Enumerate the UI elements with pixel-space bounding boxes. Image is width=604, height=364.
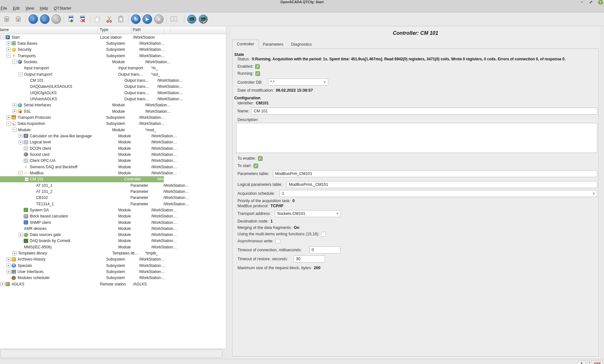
tree-expander[interactable]: − [12,128,17,132]
tab-controller[interactable]: Controller [232,40,259,49]
tree-expander[interactable]: + [12,251,17,255]
tree-row[interactable]: TE1314_1Parameter/WorkStation… [0,201,226,207]
description-textarea[interactable] [236,123,597,153]
tree-expander[interactable]: + [12,109,17,113]
tree-row[interactable]: −∿Data AcquisitionSubsystem/WorkStation… [0,121,226,127]
asynchronous-write-checkbox[interactable] [275,239,280,244]
tree-row[interactable]: +Serial interfacesModule/WorkStation… [0,102,226,108]
tree-row[interactable]: CM 101Output trans…/WorkStation… [0,77,226,83]
changes-indicator-button[interactable]: * [587,360,592,364]
delete-item-button[interactable] [78,14,88,24]
tree-expander[interactable]: − [19,72,23,76]
tree-row[interactable]: −Output transport:Output trans…*out_ [0,71,226,77]
station-dropdown-button[interactable]: ▾ [578,360,585,364]
tree-row[interactable]: +AGLKSRemote station/AGLKS [0,281,226,287]
menu-help[interactable]: Help [37,5,51,11]
running-checkbox[interactable]: ✓ [255,71,260,76]
close-button[interactable]: × [598,0,603,5]
enabled-checkbox[interactable]: ✓ [255,64,260,69]
refresh-button[interactable]: ↻ [131,14,141,24]
tree-row[interactable]: +?SpecialsSubsystem/WorkStation… [0,262,226,269]
tree-row[interactable]: Input transport:Input transport*in_ [0,65,226,71]
maximize-button[interactable] [589,0,593,4]
tree-row[interactable]: UIVisionAGLKSOutput trans…/WorkStation… [0,96,226,102]
back-button[interactable]: ← [40,14,50,24]
tree-row[interactable]: +≡Data BasesSubsystem/WorkStation… [0,40,226,46]
tree-row[interactable]: AT 101_1Parameter/WorkStation… [0,182,226,188]
manual-button[interactable] [169,14,179,24]
tree-row[interactable]: SNMP clientModule/WorkStation… [0,219,226,225]
current-user-button[interactable]: root [592,360,603,364]
tree-row[interactable]: +User InterfacesSubsystem/WorkStation… [0,269,226,275]
acquisition-schedule-combobox[interactable]: 1 ∨ [280,190,597,197]
tree-row[interactable]: AMR devicesModule/WorkStation… [0,225,226,231]
tree-header[interactable]: Name Type Path [0,27,226,34]
timeout-restore-input[interactable] [294,255,325,262]
tree-header-path[interactable]: Path [133,27,141,32]
tree-expander[interactable]: + [6,115,11,119]
tree-row[interactable]: Modules schedulerSubsystem/WorkStation… [0,275,226,281]
to-enable-checkbox[interactable]: ✓ [258,156,263,161]
tree-row[interactable]: +Transport ProtocolsSubsystem/WorkStatio… [0,114,226,120]
tree-expander[interactable]: + [0,282,4,286]
tree-row[interactable]: System DAModule/WorkStation… [0,207,226,213]
tree-row[interactable]: DAQGateAGLKSAGLKSOutput trans…/WorkStati… [0,84,226,90]
tree-row[interactable]: −CM 101Controller/WorkStation… [0,176,226,182]
tree-expander[interactable]: − [25,177,29,181]
tree-header-type[interactable]: Type [100,27,108,32]
logical-parameters-table-input[interactable] [287,181,597,188]
tree-expander[interactable]: + [6,263,11,268]
paste-item-button[interactable] [116,14,126,24]
tree-expander[interactable]: + [6,257,11,262]
menu-file[interactable]: File [0,5,10,11]
tree-row[interactable]: −SocketsModule/WorkStation… [0,59,226,65]
menu-qtstarter[interactable]: QTStarter [51,5,74,11]
tree-expander[interactable]: + [12,103,17,107]
tab-parameters[interactable]: Parameters [259,41,287,49]
tree-expander[interactable]: + [6,48,11,52]
tree-expander[interactable]: − [12,60,17,64]
tree-row[interactable]: MMS(IEC-9506)Module/WorkStation… [0,244,226,250]
tree-row[interactable]: −≈StartLocal station/WorkStation [0,34,226,40]
tree-row[interactable]: −—ModBusModule/WorkStation… [0,170,226,176]
stop-button[interactable]: × [154,14,164,24]
tree-row[interactable]: CB102Parameter/WorkStation… [0,195,226,201]
title-bar[interactable]: OpenSCADA QTCfg: Start – × [0,0,604,4]
tree-row[interactable]: −TransportsSubsystem/WorkStation… [0,53,226,59]
timeout-connection-input[interactable] [309,246,341,254]
tree-row[interactable]: DAQ boards by ComediModule/WorkStation… [0,238,226,244]
save-to-db-button[interactable] [13,14,23,24]
minimize-button[interactable]: – [580,0,584,4]
tree-expander[interactable]: + [19,134,23,138]
tab-diagnostics[interactable]: Diagnostics [287,41,316,49]
tree-row[interactable]: +SSLModule/WorkStation… [0,108,226,114]
controller-db-combobox[interactable]: *.* ∨ [268,79,328,86]
cut-item-button[interactable] [105,14,114,24]
tree-row[interactable]: Block based calculatorModule/WorkStation… [0,213,226,219]
tree-row[interactable]: Sound cardModule/WorkStation… [0,151,226,157]
tree-row[interactable]: ≈Siemens DAQ and BeckhoffModule/WorkStat… [0,164,226,170]
tree-expander[interactable]: − [19,171,23,175]
tree-row[interactable]: AT 101_2Parameter/WorkStation… [0,188,226,194]
tree-row[interactable]: DCON clientModule/WorkStation… [0,145,226,151]
tree-header-name[interactable]: Name [0,27,9,32]
tree-expander[interactable]: + [6,41,11,45]
tree-expander[interactable]: + [6,270,11,274]
tree-expander[interactable]: + [19,140,23,144]
transport-address-combobox[interactable]: Sockets.CM101 ∨ [275,210,341,217]
tree-row[interactable]: +#Calculator on the Java-like languageMo… [0,133,226,139]
load-from-db-button[interactable] [2,14,12,24]
start-button[interactable]: ▶ [143,14,152,24]
vision-launcher-button[interactable] [198,14,208,24]
tree-expander[interactable]: − [0,35,4,39]
multi-items-writing-checkbox[interactable] [321,232,326,237]
tree-expander[interactable]: + [19,233,23,237]
tree-row[interactable]: +Templates library:Templates lib…*tmplb_ [0,250,226,256]
tree-expander[interactable]: − [6,122,11,126]
tree-row[interactable]: Client OPC-UAModule/WorkStation… [0,158,226,164]
tree-row[interactable]: +Logical levelModule/WorkStation… [0,139,226,145]
forward-button[interactable]: → [51,14,61,24]
tree-row[interactable]: −Module:Module*mod_ [0,127,226,133]
menu-edit[interactable]: Edit [10,5,23,11]
menu-view[interactable]: View [23,5,37,11]
